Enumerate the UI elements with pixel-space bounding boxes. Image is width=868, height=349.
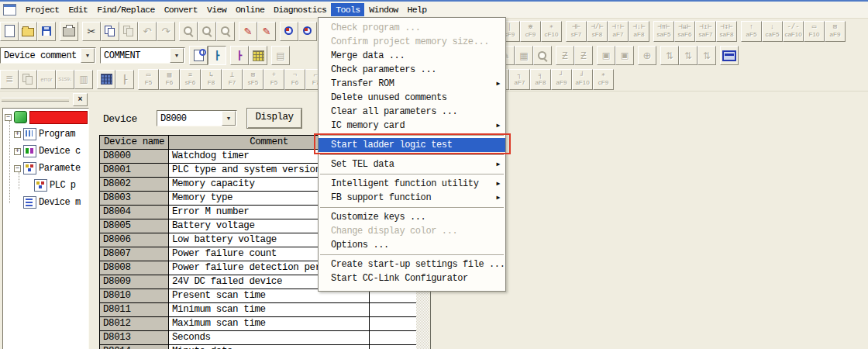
open-project-button[interactable] <box>19 22 37 41</box>
ladder-application-button-key-label: aF9 <box>830 31 841 38</box>
grid-display-button[interactable] <box>97 70 115 89</box>
menu-item-ic-memory-card[interactable]: IC memory card▶ <box>319 119 505 133</box>
error-check-button: error <box>37 70 56 89</box>
print-icon <box>63 27 75 36</box>
menu-convert[interactable]: Convert <box>160 3 202 16</box>
data-type-combo[interactable]: Device comment▼ <box>0 47 96 64</box>
find-instruction-button <box>216 22 235 41</box>
tree-item-plc-parameter[interactable]: PLC p <box>3 177 88 194</box>
menu-item-fb-support-function[interactable]: FB support function▶ <box>319 191 505 205</box>
step-sort-button: S1S9↓ <box>56 70 74 89</box>
verify-comment-button[interactable] <box>189 46 208 65</box>
table-row-partial[interactable]: D8014Minute data <box>100 345 417 349</box>
error-check-icon: error <box>41 77 53 82</box>
ladder-close-branch-icon: ⊣↓⊢ <box>632 24 645 31</box>
statement-edit-button[interactable]: ✎ <box>257 22 276 41</box>
rule-br2-button-key-label: aF10 <box>575 79 589 86</box>
device-name-cell[interactable]: D8003 <box>100 192 169 205</box>
comment-cell[interactable]: Maximum scan time <box>169 317 370 330</box>
device-combo[interactable]: D8000 ▼ <box>157 110 237 126</box>
menu-item-clear-all-parameters[interactable]: Clear all parameters ... <box>319 105 505 119</box>
menu-diagnostics[interactable]: Diagnostics <box>269 3 331 16</box>
dropdown-arrow-icon[interactable]: ▼ <box>81 48 95 63</box>
dropdown-arrow-icon[interactable]: ▼ <box>170 48 184 63</box>
table-row[interactable]: D8013Seconds <box>100 331 417 345</box>
line-corner-button-key-label: F6 <box>291 79 298 86</box>
menu-item-set-tel-data[interactable]: Set TEL data▶ <box>319 157 505 171</box>
zoom-comment-button[interactable] <box>280 22 298 41</box>
comment-list-button[interactable]: ┣ <box>230 46 249 65</box>
line-double-icon: ≡ <box>188 72 192 79</box>
menu-tools[interactable]: Tools <box>331 3 364 16</box>
line-delete-button: ⊠sF5 <box>243 69 264 90</box>
tree-item-parameter[interactable]: −Paramete <box>3 160 88 177</box>
tree-item-device-memory[interactable]: Device m <box>3 194 88 211</box>
device-name-cell[interactable]: D8005 <box>100 219 169 233</box>
menu-item-create-start-up-settings-file[interactable]: Create start-up settings file ... <box>319 257 505 271</box>
menu-window[interactable]: Window <box>364 3 402 16</box>
display-button[interactable]: Display <box>246 108 302 129</box>
cut-button[interactable]: ✂ <box>82 22 101 41</box>
menu-item-options[interactable]: Options ... <box>319 238 505 252</box>
dropdown-arrow-icon[interactable]: ▼ <box>222 111 236 126</box>
menu-view[interactable]: View <box>202 3 231 16</box>
device-name-cell[interactable]: D8009 <box>100 275 169 289</box>
menu-item-delete-unused-comments[interactable]: Delete unused comments <box>319 91 505 105</box>
device-name-cell[interactable]: D8006 <box>100 233 169 247</box>
device-name-cell[interactable]: D8012 <box>100 317 169 330</box>
close-icon[interactable]: × <box>73 93 88 106</box>
line-vertical-icon: ⊥ <box>230 72 234 79</box>
menu-findreplace[interactable]: Find/Replace <box>92 3 159 16</box>
save-project-button[interactable] <box>37 22 56 41</box>
menu-item-merge-data[interactable]: Merge data ... <box>319 49 505 63</box>
tree-dock-gripper[interactable]: × <box>0 92 90 106</box>
monitor-mode-button[interactable] <box>720 46 739 65</box>
data-name-combo[interactable]: COMMENT▼ <box>100 47 185 64</box>
menu-online[interactable]: Online <box>231 3 269 16</box>
menu-item-customize-keys[interactable]: Customize keys ... <box>319 210 505 224</box>
expand-icon[interactable]: + <box>14 131 21 138</box>
device-name-cell[interactable]: D8007 <box>100 247 169 261</box>
comment-edit-button[interactable]: ✎ <box>239 22 257 41</box>
menu-help[interactable]: Help <box>403 3 432 16</box>
device-name-cell[interactable]: D8000 <box>100 150 169 163</box>
gripper-handle[interactable] <box>2 98 69 102</box>
new-project-button[interactable] <box>0 22 19 41</box>
device-name-cell[interactable]: D8008 <box>100 261 169 275</box>
table-row[interactable]: D8011Minimum scan time <box>100 303 417 317</box>
device-name-cell[interactable]: D8002 <box>100 178 169 191</box>
device-name-cell[interactable]: D8001 <box>100 164 169 177</box>
tree-item-device-comment[interactable]: +Device c <box>3 143 88 160</box>
comment-cell[interactable]: Minute data <box>169 345 370 349</box>
zoom-statement-button[interactable] <box>298 22 317 41</box>
expand-icon[interactable]: + <box>14 148 21 155</box>
device-comment-grid-button[interactable] <box>249 46 267 65</box>
collapse-icon[interactable]: − <box>5 114 12 121</box>
copy-data-icon <box>22 74 33 85</box>
device-name-cell[interactable]: D8010 <box>100 289 169 302</box>
child-window-icon[interactable] <box>3 4 16 16</box>
menu-item-transfer-rom[interactable]: Transfer ROM▶ <box>319 77 505 91</box>
grid-display-icon <box>101 74 112 85</box>
device-name-cell[interactable]: D8013 <box>100 331 169 344</box>
device-name-cell[interactable]: D8014 <box>100 345 169 349</box>
tree-item-program[interactable]: +Program <box>3 126 88 143</box>
menu-item-check-parameters[interactable]: Check parameters ... <box>319 63 505 77</box>
collapse-icon[interactable]: − <box>14 165 21 172</box>
copy-button[interactable] <box>101 22 119 41</box>
menu-item-start-ladder-logic-test[interactable]: Start ladder logic test <box>319 138 505 152</box>
tree-root-project[interactable]: − <box>3 109 88 126</box>
device-name-cell[interactable]: D8004 <box>100 206 169 219</box>
tree-item-device-comment-label: Device c <box>39 146 81 157</box>
menu-item-intelligent-function-utility[interactable]: Intelligent function utility▶ <box>319 177 505 191</box>
print-button[interactable] <box>60 22 78 41</box>
project-data-list-button[interactable]: ┣ <box>208 46 226 65</box>
device-name-cell[interactable]: D8011 <box>100 303 169 316</box>
table-row[interactable]: D8012Maximum scan time <box>100 317 417 331</box>
ladder-invert-icon: -/- <box>787 24 799 31</box>
comment-cell[interactable]: Seconds <box>169 331 370 344</box>
menu-item-start-cc-link-configurator[interactable]: Start CC-Link Configurator <box>319 271 505 285</box>
menu-project[interactable]: Project <box>21 3 64 16</box>
menu-edit[interactable]: Edit <box>64 3 92 16</box>
comment-cell[interactable]: Minimum scan time <box>169 303 370 316</box>
